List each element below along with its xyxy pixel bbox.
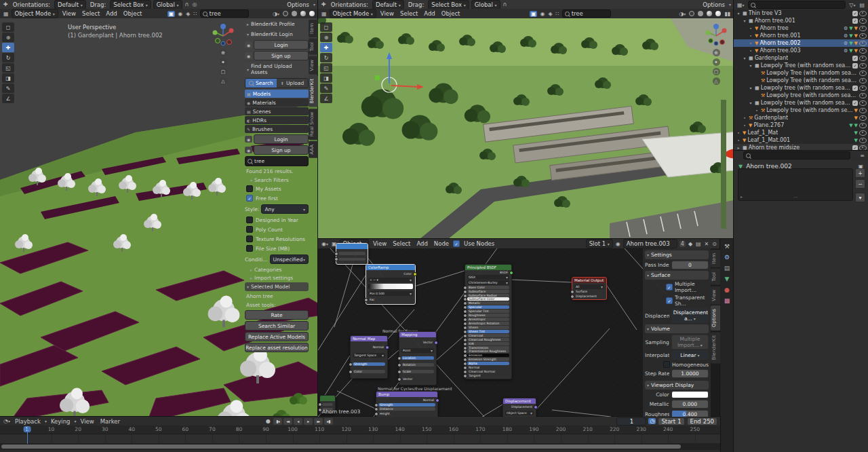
volume-panel-header[interactable]: ▾Volume	[645, 324, 709, 333]
panel-options-icon[interactable]: ≡	[859, 153, 865, 159]
frame-tick-30[interactable]: 30	[102, 426, 108, 432]
rendered-shading-icon[interactable]	[309, 11, 315, 16]
outliner-row[interactable]: ▾▦Lowpoly tree (with random season).001✓	[734, 84, 868, 92]
expand-icon[interactable]: •	[742, 123, 747, 128]
frame-tick-200[interactable]: 200	[556, 426, 566, 432]
unlink-icon[interactable]: ✕	[704, 241, 710, 247]
node-row[interactable]	[338, 258, 366, 261]
node-header[interactable]	[336, 244, 368, 249]
node-header[interactable]: Principled BSDF	[465, 265, 511, 270]
designed-year-checkbox[interactable]: Designed in Year	[245, 216, 309, 224]
step-rate-field[interactable]: Step Rate1.0000	[645, 369, 709, 378]
displacement-dropdown[interactable]: DisplacemenDisplacement a... ▾	[645, 308, 709, 323]
input-socket[interactable]	[463, 342, 467, 346]
tool-3-icon[interactable]: ↻	[320, 53, 332, 62]
checkbox-icon[interactable]	[246, 185, 253, 192]
tool-7-icon[interactable]: ∠	[320, 94, 332, 103]
input-socket[interactable]	[374, 403, 378, 407]
frame-tick-50[interactable]: 50	[155, 426, 162, 432]
node-row[interactable]: Rotation	[401, 363, 434, 366]
node-row[interactable]: Tangent Space▾	[353, 353, 385, 358]
node-sidebar-tab-options[interactable]: Options	[711, 305, 720, 331]
node-row[interactable]: Color	[368, 272, 413, 276]
frame-tick-230[interactable]: 230	[637, 426, 646, 432]
node-row[interactable]: IOR	[467, 342, 509, 345]
node-principled-bsdf[interactable]: Principled BSDFBSDFGGX▾Christensen-Burle…	[465, 264, 512, 379]
viewport-canvas[interactable]: ◻⊕✚↻◱◨✎∠ ⊕ ✦ ▢ △	[318, 18, 734, 239]
node-row[interactable]: Specular	[467, 305, 509, 309]
add-menu[interactable]: Add	[104, 10, 119, 17]
frame-tick-40[interactable]: 40	[128, 426, 135, 432]
output-socket[interactable]	[385, 345, 389, 350]
tool-5-icon[interactable]: ◨	[320, 73, 332, 83]
viewport-display-header[interactable]: ▾Viewport Display	[645, 381, 709, 390]
frame-tick-190[interactable]: 190	[529, 426, 538, 432]
find-upload-header[interactable]: ▾Find and Upload Assets	[245, 62, 309, 77]
checkbox-icon[interactable]	[246, 216, 253, 223]
shading-dropdown-icon[interactable]: ◑▾	[678, 11, 686, 17]
horizontal-scrollbar[interactable]	[1, 445, 681, 449]
solid-shading-icon[interactable]	[292, 11, 297, 16]
snap-icon[interactable]: ∩	[502, 1, 508, 7]
tab-search[interactable]: Search	[245, 79, 277, 88]
homogeneous-checkbox[interactable]: Homogeneous	[645, 361, 709, 368]
checkbox-icon[interactable]	[663, 361, 670, 368]
node-row[interactable]: Normal	[467, 366, 509, 369]
transform-pivot-icon[interactable]: ▣	[167, 11, 176, 17]
expand-icon[interactable]: •	[748, 48, 753, 53]
end-frame-field[interactable]: End250	[687, 417, 717, 426]
node-row[interactable]: Strength	[378, 403, 435, 407]
node-row[interactable]: Strength	[353, 362, 385, 366]
sampling-dropdown[interactable]: SamplingMultiple Import... ▾	[645, 335, 709, 350]
eye-icon[interactable]	[859, 33, 867, 39]
tool-5-icon[interactable]: ◨	[2, 73, 14, 83]
render-tab[interactable]: ⚙	[724, 254, 730, 261]
input-socket[interactable]	[364, 298, 368, 302]
asset-search-input[interactable]: tree	[245, 156, 309, 166]
use-nodes-checkbox[interactable]: ✓	[453, 240, 460, 247]
input-socket[interactable]	[463, 286, 467, 290]
outliner-row[interactable]: •▼Leaf_1_Mat.001▼	[734, 136, 868, 144]
style-dropdown[interactable]: Style:Any▾	[245, 204, 309, 214]
outliner-row[interactable]: •▼Ahorn tree.002⚙▼▼	[734, 39, 868, 47]
outliner-row[interactable]: •▼Ahorn tree⚙▼▼	[734, 24, 868, 32]
signup-button[interactable]: Sign up	[254, 51, 309, 60]
search-similar-button[interactable]: Search Similar	[245, 321, 309, 331]
texture-tab[interactable]: ▩	[724, 297, 730, 304]
outliner-row[interactable]: ▾▦Gardenplant✓	[734, 54, 868, 62]
sidebar-tab-blenderkit[interactable]: BlenderKit	[309, 75, 318, 107]
node-mini[interactable]	[336, 243, 368, 265]
options-menu[interactable]: Options	[285, 1, 311, 8]
proportional-icon[interactable]: ◎	[191, 1, 197, 7]
pin-icon[interactable]: ⊙	[711, 241, 717, 247]
node-row[interactable]: Emission Strength	[467, 358, 509, 361]
outliner-row[interactable]: •▼Ahorn tree.003⚙▼▼	[734, 47, 868, 54]
checkbox-icon[interactable]: ✓	[852, 56, 858, 61]
node-menu[interactable]: Node	[432, 240, 451, 247]
node-row[interactable]: Displacement	[574, 295, 604, 298]
outliner-row[interactable]: ▾▦Lowpoly Tree (with random season)✓	[734, 62, 868, 69]
input-socket[interactable]	[349, 370, 353, 374]
dropdown-value[interactable]: Displacement a... ▾	[671, 308, 709, 323]
expand-icon[interactable]: •	[754, 108, 760, 113]
outliner-row[interactable]: •▼Plane.2767▼▼	[734, 121, 868, 129]
expand-icon[interactable]: •	[748, 26, 753, 31]
frame-tick-20[interactable]: 20	[75, 426, 81, 432]
eye-icon[interactable]	[859, 63, 867, 69]
input-socket[interactable]	[334, 252, 338, 256]
multiple-importance-checkbox[interactable]: ✓Multiple Import...	[645, 281, 709, 293]
input-socket[interactable]	[463, 338, 467, 342]
expand-icon[interactable]: ▾	[748, 63, 753, 68]
node-header[interactable]: Material Output	[572, 278, 606, 283]
metallic-field[interactable]: Metallic0.000	[645, 400, 709, 409]
value-field[interactable]: 1.0000	[671, 369, 709, 378]
material-name-field[interactable]: Ahorn tree.003	[623, 239, 677, 248]
tool-6-icon[interactable]: ✎	[320, 83, 332, 93]
import-settings-header[interactable]: ▸Import settings	[245, 274, 309, 281]
expand-icon[interactable]: •	[736, 138, 741, 143]
node-sidebar-tab-tool[interactable]: Tool	[711, 269, 720, 285]
eye-icon[interactable]	[859, 100, 867, 106]
remove-item-button[interactable]: −	[855, 179, 865, 189]
node-header[interactable]: Mapping	[399, 332, 436, 337]
expand-icon[interactable]: ▾	[748, 86, 753, 90]
